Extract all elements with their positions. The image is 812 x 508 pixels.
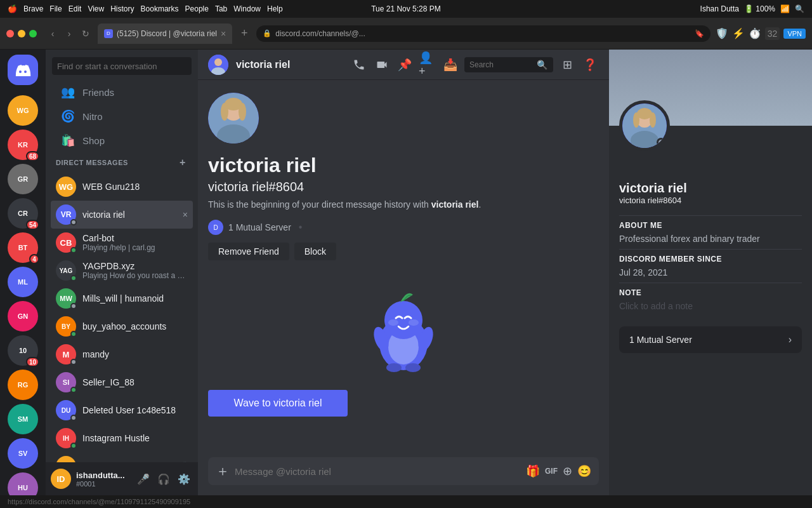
status-dot-buy-yahoo — [70, 331, 77, 337]
note-input[interactable]: Click to add a note — [619, 301, 802, 311]
remove-friend-btn[interactable]: Remove Friend — [208, 243, 289, 260]
header-search-box[interactable]: 🔍 — [464, 57, 553, 72]
dm-item-buy-yahoo[interactable]: BY buy_yahoo_accounts — [51, 312, 193, 340]
server-icon-10[interactable]: SV — [8, 438, 38, 469]
menu-tab[interactable]: Tab — [215, 4, 227, 13]
traffic-lights — [6, 30, 37, 37]
dm-item-deleted-user[interactable]: DU Deleted User 1c48e518 — [51, 396, 193, 424]
tab-favicon: D — [104, 29, 113, 38]
header-actions: 📌 👤+ 📥 🔍 ⊞ ❓ — [350, 56, 599, 74]
server-icon-5[interactable]: ML — [8, 267, 38, 297]
tab-close[interactable]: × — [221, 29, 226, 39]
dm-close-victoria[interactable]: × — [183, 210, 188, 220]
add-dm-btn[interactable]: + — [178, 157, 188, 168]
maximize-window-btn[interactable] — [29, 30, 37, 37]
dm-name-yagpdb: YAGPDB.xyz — [82, 261, 188, 271]
status-bar: https://discord.com/channels/@me/1109791… — [0, 495, 812, 508]
server-icon-0[interactable]: WG — [8, 95, 38, 126]
dm-item-instagram-hustle[interactable]: IH Instagram Hustle — [51, 424, 193, 452]
search-icon-mac[interactable]: 🔍 — [795, 4, 804, 13]
friends-nav-item[interactable]: 👥 Friends — [51, 80, 193, 104]
badge-68: 68 — [26, 151, 39, 161]
attach-file-btn[interactable]: ＋ — [216, 462, 230, 481]
wave-btn[interactable]: Wave to victoria riel — [208, 390, 348, 417]
menu-view[interactable]: View — [88, 4, 104, 13]
dm-list: WG WEB Guru218 VR victoria riel × CB — [46, 170, 198, 462]
back-btn[interactable]: ‹ — [46, 27, 60, 41]
address-bar[interactable]: 🔒 discord.com/channels/@... 🔖 — [256, 25, 710, 42]
menu-bookmarks[interactable]: Bookmarks — [141, 4, 179, 13]
server-icon-2[interactable]: GR — [8, 164, 38, 194]
dm-avatar-deleted-user: DU — [56, 400, 76, 420]
inbox-layout-btn[interactable]: ⊞ — [558, 56, 576, 74]
ext4[interactable]: 32 — [765, 27, 780, 40]
menu-window[interactable]: Window — [233, 4, 261, 13]
dm-item-seller[interactable]: SI Seller_IG_88 — [51, 368, 193, 396]
server-icon-1[interactable]: KR 68 — [8, 130, 38, 160]
discord-app: WG KR 68 GR CR 54 BT 4 ML GN 10 10 RG — [0, 50, 812, 495]
server-icon-3[interactable]: CR 54 — [8, 198, 38, 229]
vpn-btn[interactable]: VPN — [783, 29, 806, 39]
member-since-date: Jul 28, 2021 — [619, 267, 802, 277]
menu-file[interactable]: File — [49, 4, 62, 13]
message-input[interactable] — [235, 466, 521, 477]
home-button[interactable] — [8, 55, 38, 85]
emoji-btn[interactable]: 😊 — [577, 464, 591, 478]
ext2[interactable]: ⚡ — [732, 27, 745, 39]
ext1[interactable]: 🛡️ — [716, 27, 728, 39]
status-url: https://discord.com/channels/@me/1109791… — [8, 498, 190, 505]
nitro-nav-item[interactable]: 🌀 Nitro — [51, 104, 193, 128]
mic-toggle-btn[interactable]: 🎤 — [134, 470, 152, 488]
new-tab-btn[interactable]: + — [237, 27, 251, 41]
dm-item-web-guru[interactable]: WG WEB Guru218 — [51, 173, 193, 201]
dm-item-ishandutta[interactable]: ID ishandutta... 🎵 — [51, 452, 193, 462]
user-settings-btn[interactable]: ⚙️ — [175, 470, 193, 488]
headphones-toggle-btn[interactable]: 🎧 — [155, 470, 173, 488]
menu-help[interactable]: Help — [267, 4, 283, 13]
gif-btn[interactable]: GIF — [545, 467, 558, 476]
add-friend-btn[interactable]: 👤+ — [419, 56, 436, 74]
server-icon-8[interactable]: RG — [8, 370, 38, 400]
mutual-server-section[interactable]: 1 Mutual Server › — [619, 326, 802, 353]
call-btn[interactable] — [350, 56, 368, 74]
chat-intro: victoria riel victoria riel#8604 This is… — [208, 93, 599, 260]
bookmark-icon[interactable]: 🔖 — [695, 29, 704, 38]
gift-btn[interactable]: 🎁 — [526, 464, 540, 478]
menu-edit[interactable]: Edit — [69, 4, 82, 13]
inbox-btn[interactable]: 📥 — [442, 56, 459, 74]
svg-point-15 — [409, 319, 419, 326]
profile-status-dot — [657, 138, 665, 147]
help-btn[interactable]: ❓ — [581, 56, 599, 74]
dm-section-header: DIRECT MESSAGES + — [46, 152, 198, 170]
dm-item-mandy[interactable]: M mandy — [51, 340, 193, 368]
dm-item-carlbot[interactable]: CB Carl-bot Playing /help | carl.gg — [51, 229, 193, 257]
header-search-input[interactable] — [469, 60, 533, 69]
shop-nav-item[interactable]: 🛍️ Shop — [51, 128, 193, 152]
block-btn[interactable]: Block — [294, 243, 336, 260]
server-icon-4[interactable]: BT 4 — [8, 232, 38, 263]
close-window-btn[interactable] — [6, 30, 14, 37]
dm-item-victoria[interactable]: VR victoria riel × — [51, 201, 193, 229]
ext3[interactable]: ⏱️ — [749, 27, 761, 39]
browser-extensions: 🛡️ ⚡ ⏱️ 32 VPN — [716, 27, 806, 40]
video-call-btn[interactable] — [373, 56, 391, 74]
menu-people[interactable]: People — [185, 4, 209, 13]
refresh-btn[interactable]: ↻ — [79, 27, 93, 41]
server-icon-7[interactable]: 10 10 — [8, 335, 38, 366]
search-input[interactable] — [52, 57, 192, 75]
server-icon-9[interactable]: SM — [8, 404, 38, 434]
svg-point-13 — [384, 301, 422, 339]
apps-btn[interactable]: ⊕ — [563, 464, 572, 478]
dm-item-yagpdb[interactable]: YAG YAGPDB.xyz Playing How do you roast … — [51, 257, 193, 284]
browser-tab[interactable]: D (5125) Discord | @victoria riel × — [98, 23, 232, 44]
chevron-right-icon: › — [789, 334, 792, 345]
server-icon-11[interactable]: HU — [8, 472, 38, 495]
server-icon-6[interactable]: GN — [8, 301, 38, 331]
dm-item-mills[interactable]: MW Mills_will | humanoid — [51, 284, 193, 312]
status-dot-deleted-user — [70, 415, 77, 421]
minimize-window-btn[interactable] — [18, 30, 25, 37]
profile-avatar-large — [619, 100, 670, 151]
menu-history[interactable]: History — [110, 4, 134, 13]
pin-messages-btn[interactable]: 📌 — [396, 56, 414, 74]
forward-btn[interactable]: › — [62, 27, 76, 41]
